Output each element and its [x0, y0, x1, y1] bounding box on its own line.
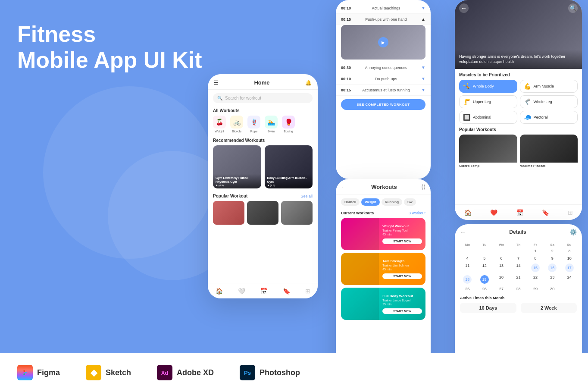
start-now-button-1[interactable]: START NOW	[382, 238, 422, 244]
muscle-abdominal[interactable]: 🔲 Abdominal	[459, 111, 517, 124]
screen-workout-list: 00:10 Actual teachings ▼ 00:15 Push-ups …	[336, 0, 431, 179]
workout-info-3: Full Body Workout Trainer Lance Bogrol 2…	[379, 288, 425, 320]
popular-card-2[interactable]	[247, 201, 278, 225]
screen-muscles: ← 🔍 Having stronger arms is everyone's d…	[455, 0, 582, 220]
calendar-title: Details	[509, 229, 526, 235]
workout-card-1[interactable]: Weight Workout Trainer Penny Tool 45 min…	[341, 218, 425, 250]
bell-icon[interactable]: 🔔	[305, 80, 312, 86]
workout-card-2[interactable]: Arm Strength Trainer Lim Solmon 45 min. …	[341, 253, 425, 285]
settings-icon[interactable]: ⚙️	[569, 229, 577, 235]
nav-grid-icon-2[interactable]: ⊞	[568, 209, 573, 216]
workout-time-row-3: 00:30 Annoying consequences ▼	[336, 62, 431, 73]
popular-workouts-section: Popular Workouts Libero Temp Maxime Plac…	[455, 127, 582, 169]
see-all-link[interactable]: See all	[300, 194, 313, 198]
calendar-grid: 1 2 3 4 5 6 7 8 9 10 11 12 13 14 15 16 1…	[455, 248, 582, 292]
workout-video[interactable]: ▶	[341, 25, 425, 60]
muscle-pectoral[interactable]: 🧢 Pectoral	[520, 111, 578, 124]
search-placeholder: Search for workout	[225, 96, 261, 100]
category-rope[interactable]: 🪢 Rope	[247, 116, 260, 133]
calendar-header: ← Details ⚙️	[455, 224, 582, 240]
category-bicycle[interactable]: 🚲 Bicycle	[230, 116, 243, 133]
category-weight[interactable]: 🍒 Weight	[213, 116, 226, 133]
figma-icon	[17, 365, 33, 380]
workout-info-1: Weight Workout Trainer Penny Tool 45 min…	[379, 218, 425, 250]
expand-icon-1[interactable]: ▼	[421, 6, 425, 10]
popular-card-1[interactable]	[213, 201, 244, 225]
search-icon-muscles[interactable]: 🔍	[568, 3, 578, 13]
xd-icon: Xd	[157, 365, 172, 380]
nav-home-icon[interactable]: 🏠	[216, 288, 223, 295]
expand-icon-3[interactable]: ▼	[421, 65, 425, 70]
back-icon[interactable]: ←	[341, 183, 347, 190]
workout-tabs: Barbell Weight Running Sw	[336, 195, 431, 209]
see-completed-button[interactable]: SEE COMPLETED WORKOUT	[341, 99, 425, 110]
section-recommended: Recommended Workouts	[208, 136, 318, 145]
workout-card-3[interactable]: Full Body Workout Trainer Lance Bogrol 2…	[341, 288, 425, 320]
pw-card-2[interactable]: Maxime Placeat	[520, 135, 578, 169]
nav-home-icon-2[interactable]: 🏠	[464, 209, 472, 216]
hero-title-line1: Fitness	[17, 22, 202, 47]
muscle-whole-body[interactable]: 🤸 Whole Body	[459, 80, 517, 93]
section-all-workouts: All Workouts	[208, 107, 318, 116]
start-now-button-2[interactable]: START NOW	[382, 273, 422, 279]
pectoral-icon: 🧢	[524, 114, 531, 121]
popular-workouts-grid	[208, 201, 318, 225]
active-days-stat: 16 Days	[460, 303, 516, 313]
upper-leg-icon: 🦵	[463, 98, 470, 105]
current-workouts-header: Current Workouts 3 workout	[336, 209, 431, 218]
search-bar[interactable]: 🔍 Search for workout	[213, 93, 313, 103]
tab-weight[interactable]: Weight	[361, 198, 380, 206]
workout-time-row-2: 00:15 Push-ups with one hand ▲	[336, 14, 431, 25]
play-button[interactable]: ▶	[378, 37, 388, 47]
tab-sw[interactable]: Sw	[404, 198, 416, 206]
nav-bookmark-icon-2[interactable]: 🔖	[542, 209, 549, 216]
tab-running[interactable]: Running	[382, 198, 402, 206]
start-now-button-3[interactable]: START NOW	[382, 308, 422, 314]
nav-grid-icon[interactable]: ⊞	[305, 288, 310, 295]
expand-icon-2[interactable]: ▲	[421, 17, 425, 22]
whole-body-icon: 🤸	[463, 83, 470, 90]
tab-barbell[interactable]: Barbell	[341, 198, 360, 206]
rec-card-2[interactable]: Body Building Arm muscle-Gym ★ (4.8)	[265, 145, 313, 188]
nav-favorites-icon[interactable]: 🤍	[238, 288, 245, 295]
nav-heart-icon[interactable]: ❤️	[490, 209, 497, 216]
muscle-upper-leg[interactable]: 🦵 Upper Leg	[459, 95, 517, 108]
bottom-tools-bar: Figma ◆ Sketch Xd Adobe XD Ps Photoshop	[0, 353, 588, 392]
pw-card-1[interactable]: Libero Temp	[459, 135, 517, 169]
abdominal-icon: 🔲	[463, 114, 470, 121]
hero-overlay-text: Having stronger arms is everyone's dream…	[455, 50, 582, 69]
menu-icon[interactable]: ☰	[214, 80, 219, 86]
active-weeks-stat: 2 Week	[521, 303, 577, 313]
muscle-arm[interactable]: 💪 Arm Muscle	[520, 80, 578, 93]
workout-categories: 🍒 Weight 🚲 Bicycle 🪢 Rope 🏊 Swim 🥊 Boxin…	[208, 116, 318, 136]
nav-calendar-icon[interactable]: 📅	[260, 288, 268, 295]
home-bottom-nav: 🏠 🤍 📅 🔖 ⊞	[208, 283, 318, 298]
current-label: Current Workouts	[341, 211, 374, 215]
nav-calendar-icon-2[interactable]: 📅	[516, 209, 523, 216]
figma-label: Figma	[37, 368, 60, 377]
back-icon-cal[interactable]: ←	[460, 229, 466, 235]
muscles-section-title: Muscles to be Prioritized	[455, 69, 582, 80]
expand-icon-4[interactable]: ▼	[421, 76, 425, 81]
popular-workouts-title: Popular Workouts	[459, 127, 578, 132]
expand-icon-5[interactable]: ▼	[421, 88, 425, 92]
ps-icon: Ps	[240, 365, 255, 380]
category-swim[interactable]: 🏊 Swim	[265, 116, 278, 133]
category-boxing[interactable]: 🥊 Boxing	[282, 116, 295, 133]
popular-workouts-grid: Libero Temp Maxime Placeat	[459, 135, 578, 169]
muscle-whole-leg[interactable]: 🦿 Whole Leg	[520, 95, 578, 108]
sketch-label: Sketch	[106, 368, 131, 377]
screen-home: ☰ Home 🔔 🔍 Search for workout All Workou…	[208, 74, 318, 298]
popular-card-3[interactable]	[281, 201, 313, 225]
workout-info-2: Arm Strength Trainer Lim Solmon 45 min. …	[379, 253, 425, 285]
home-header: ☰ Home 🔔	[208, 74, 318, 90]
back-icon-muscles[interactable]: ←	[459, 3, 469, 13]
hero-title-line2: Mobile App UI Kit	[17, 47, 202, 73]
popular-header: Popular Workout See all	[208, 192, 318, 201]
nav-bookmark-icon[interactable]: 🔖	[283, 288, 290, 295]
rec-card-1[interactable]: Gym Extremely Painful Rhythmic-Gym ★ (4.…	[213, 145, 261, 188]
tool-sketch: ◆ Sketch	[86, 365, 131, 380]
recommended-workouts: Gym Extremely Painful Rhythmic-Gym ★ (4.…	[208, 145, 318, 188]
whole-leg-icon: 🦿	[524, 98, 531, 105]
share-icon[interactable]: ⟨⟩	[421, 183, 425, 190]
